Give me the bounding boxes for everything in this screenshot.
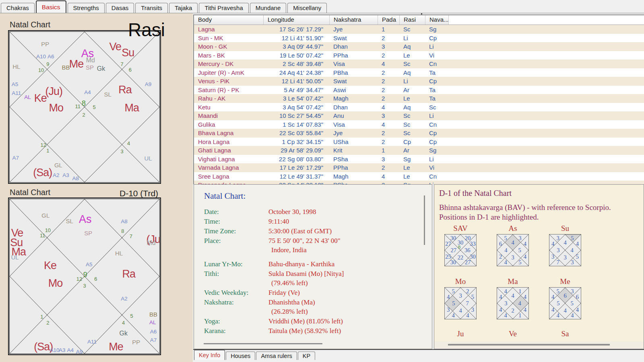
table-row[interactable]: Venus - PiK12 Li 41' 50.05"Swat2LiCp — [194, 77, 644, 86]
table-row[interactable]: Jupiter (R) - AmK24 Aq 41' 24.38"PBha2Aq… — [194, 68, 644, 77]
table-row[interactable]: Bhava Lagna22 Sc 03' 55.84"Jye2ScCp — [194, 129, 644, 138]
rasi-chart-corner-label: Rasi — [128, 21, 165, 39]
chart-label-4: 4 — [127, 140, 130, 146]
bav-value: 4 — [576, 241, 579, 247]
table-row[interactable]: Saturn (R) - PK5 Ar 49' 34.47"Aswi2ArTa — [194, 86, 644, 95]
table-cell: Jye — [330, 129, 378, 138]
info-field-value: October 30, 1998 — [268, 207, 421, 216]
table-cell: Cp — [425, 138, 449, 146]
tab-strengths[interactable]: Strengths — [68, 3, 105, 13]
table-cell: 3 — [378, 181, 400, 184]
chart-label-3: 3 — [83, 283, 86, 288]
tab-transits[interactable]: Transits — [135, 3, 168, 13]
bav-value: 4 — [511, 292, 514, 298]
horizontal-scrollbar-thumb[interactable] — [204, 343, 322, 344]
horizontal-scrollbar-track[interactable] — [434, 341, 644, 349]
table-cell: Li — [400, 77, 425, 86]
table-row[interactable]: Ghati Lagna29 Ar 58' 29.09"Krit1ArSg — [194, 146, 644, 155]
table-cell: Sc — [400, 129, 425, 138]
table-row[interactable]: Lagna17 Sc 26' 17.29"Jye1ScSg — [194, 25, 644, 34]
chart-label-3: 3 — [120, 149, 123, 154]
table-cell: Jye — [330, 25, 378, 34]
bav-value: 4 — [564, 239, 566, 245]
chart-label-A6: A6 — [150, 329, 157, 335]
table-row[interactable]: Moon - GK3 Aq 09' 44.97"Dhan3AqLi — [194, 42, 644, 51]
table-row[interactable]: Rahu - AK3 Le 54' 07.42"Magh2LeTa — [194, 94, 644, 103]
table-cell: Bhava Lagna — [194, 129, 264, 138]
table-cell: Aq — [400, 42, 425, 51]
tab-kp[interactable]: KP — [298, 352, 315, 360]
table-cell: Ta — [425, 86, 449, 95]
chart-label-Ve: Ve — [109, 41, 121, 52]
table-cell: Sg — [400, 155, 425, 164]
bav-value: 3 — [471, 307, 474, 313]
table-row[interactable]: Sun - MK12 Li 41' 51.90"Swat2LiCp — [194, 34, 644, 43]
horizontal-scrollbar-thumb[interactable] — [448, 344, 610, 346]
column-header-nava-[interactable]: Nava... — [425, 15, 449, 25]
chart-label-A7: A7 — [150, 338, 157, 343]
table-header: BodyLongitudeNakshatraPadaRasiNava... — [194, 15, 644, 25]
bav-lagna-mark: 8 — [458, 244, 461, 249]
chart-label-9: 9 — [46, 62, 49, 67]
table-row[interactable]: Mercury - DK2 Sc 48' 39.48"Visa4ScCn — [194, 60, 644, 68]
table-cell: 10 Sc 27' 54.45" — [264, 111, 330, 120]
table-cell: Ar — [400, 146, 425, 155]
tab-miscellany[interactable]: Miscellany — [287, 3, 327, 13]
tab-houses[interactable]: Houses — [226, 352, 255, 360]
vertical-scrollbar-thumb[interactable] — [424, 195, 425, 245]
bav-value: 6 — [576, 294, 579, 300]
tab-basics[interactable]: Basics — [36, 0, 66, 13]
info-field-value: 75 E 50' 00", 22 N 43' 00" — [268, 236, 421, 245]
bav-value: 3 — [571, 288, 574, 294]
info-field: Date:October 30, 1998 — [204, 207, 421, 216]
tab-mundane[interactable]: Mundane — [250, 3, 287, 13]
bav-grid-box: 354534443752 — [444, 287, 477, 319]
tab-tithi-pravesha[interactable]: Tithi Pravesha — [199, 3, 248, 13]
bav-value: 30 — [450, 259, 456, 265]
table-row[interactable]: Hora Lagna1 Cp 32' 34.15"USha2CpCp — [194, 138, 644, 146]
bav-value: 4 — [447, 294, 450, 300]
tab-tajaka[interactable]: Tajaka — [169, 3, 198, 13]
column-header-rasi[interactable]: Rasi — [400, 15, 425, 25]
table-row[interactable]: Maandi10 Sc 27' 54.45"Anu3ScLi — [194, 111, 644, 120]
table-cell: 2 — [378, 68, 400, 77]
table-row[interactable]: Varnada Lagna17 Le 26' 17.29"PPha2LeVi — [194, 163, 644, 172]
bav-grid-box: 434337335445 — [549, 234, 581, 266]
table-row[interactable]: Sree Lagna12 Le 49' 31.37"Magh4LeCn — [194, 172, 644, 181]
ashtakavarga-desc-line1: Bhinna ashtakavarga (BAV) - with referen… — [439, 203, 640, 212]
bav-value: 3 — [504, 300, 507, 306]
chart-label-A4: A4 — [67, 348, 74, 354]
info-field-label: Time: — [204, 217, 268, 226]
table-row[interactable]: Pranapada Lagna22 Sg 14' 38.18"PSha3SgLi — [194, 181, 644, 184]
table-row[interactable]: Ketu3 Aq 54' 07.42"Dhan4AqSc — [194, 103, 644, 112]
bav-value: 5 — [571, 300, 574, 306]
tab-amsa-rulers[interactable]: Amsa rulers — [256, 352, 297, 360]
chart-label-2: 2 — [46, 320, 49, 325]
table-cell: Li — [425, 42, 449, 51]
info-field-value: Bahu-dhanya - Karthika — [268, 259, 421, 269]
bav-value: 3 — [557, 247, 559, 253]
column-header-pada[interactable]: Pada — [378, 15, 400, 25]
tab-dasas[interactable]: Dasas — [106, 3, 134, 13]
bav-value: 5 — [518, 259, 521, 265]
table-cell: 22 Sc 03' 55.84" — [264, 129, 330, 138]
chart-label-AL: AL — [149, 320, 156, 325]
tab-key-info[interactable]: Key Info — [194, 350, 225, 360]
table-cell: 2 — [378, 51, 400, 60]
column-header-longitude[interactable]: Longitude — [264, 15, 330, 25]
bav-value: 3 — [518, 235, 521, 241]
table-cell: Gulika — [194, 120, 264, 129]
table-row[interactable]: Gulika1 Sc 14' 07.83"Visa4ScCn — [194, 120, 644, 129]
bav-value: 4 — [504, 288, 507, 294]
d10-chart[interactable]: GLSLAsSPA8101187VeSuMaUL(Ju)MdKeMoHLRaA2… — [8, 197, 161, 355]
table-cell: Cp — [425, 77, 449, 86]
column-header-nakshatra[interactable]: Nakshatra — [330, 15, 378, 25]
bav-value: 4 — [504, 259, 507, 265]
table-row[interactable]: Vighati Lagna22 Sg 08' 03.80"PSha3SgLi — [194, 155, 644, 164]
table-row[interactable]: Mars - BK19 Le 50' 07.42"PPha2LeVi — [194, 51, 644, 60]
chart-label-UL: UL — [144, 155, 152, 161]
table-cell: Visa — [330, 120, 378, 129]
rasi-chart[interactable]: PPA10A6910HLMeAsMdSPBBGkVeSu76A9A5A11Ke(… — [8, 30, 161, 184]
tab-chakras[interactable]: Chakras — [1, 3, 35, 13]
column-header-body[interactable]: Body — [194, 15, 264, 25]
